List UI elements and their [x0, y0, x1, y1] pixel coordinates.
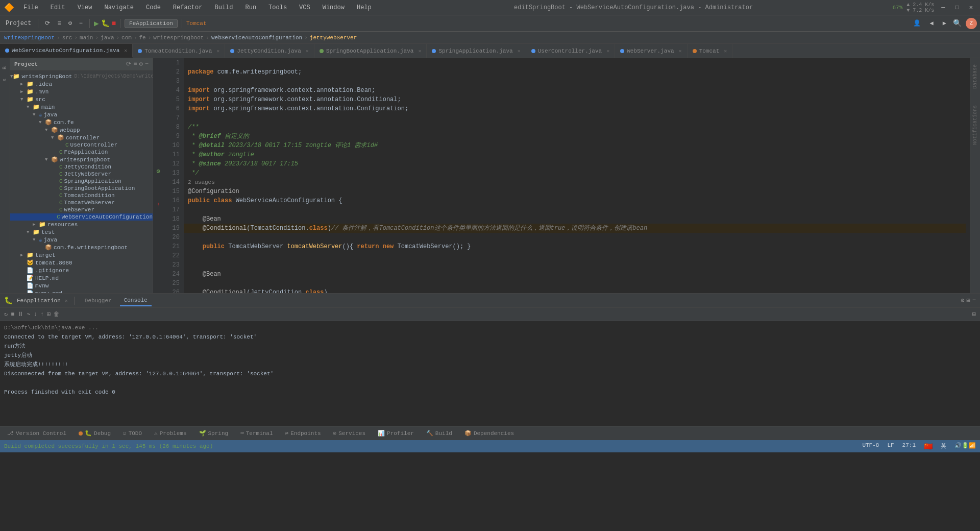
- window-close[interactable]: ✕: [966, 4, 976, 11]
- bc-java[interactable]: java: [101, 35, 114, 41]
- menu-view[interactable]: View: [75, 3, 95, 12]
- tree-item-feapp[interactable]: C FeApplication: [10, 149, 153, 156]
- debug-button[interactable]: 🐛: [101, 19, 110, 28]
- tree-item-springbootapp[interactable]: C SpringBootApplication: [10, 185, 153, 192]
- toolbar-user[interactable]: 👤: [911, 18, 923, 29]
- tree-item-tomcatws[interactable]: C TomcatWebServer: [10, 199, 153, 206]
- menu-help[interactable]: Help: [354, 3, 375, 12]
- tab-close[interactable]: ✕: [606, 48, 609, 54]
- bc-src[interactable]: src: [62, 35, 72, 41]
- tree-item-springapp[interactable]: C SpringApplication: [10, 178, 153, 185]
- console-expand[interactable]: ⊞: [972, 310, 976, 318]
- menu-refactor[interactable]: Refactor: [170, 3, 206, 12]
- tree-item-test[interactable]: ▼ 📁 test: [10, 228, 153, 236]
- bc-pkg[interactable]: writespringboot: [153, 35, 204, 41]
- toolbar-back[interactable]: ◀: [927, 18, 936, 29]
- menu-window[interactable]: Window: [320, 3, 348, 12]
- console-restart[interactable]: ↻: [4, 310, 8, 318]
- panel-expand-btn[interactable]: ≡: [133, 60, 137, 68]
- tree-item-src[interactable]: ▼ 📁 src: [10, 95, 153, 103]
- menu-edit[interactable]: Edit: [47, 3, 68, 12]
- tree-item-resources[interactable]: ▶ 📁 resources: [10, 221, 153, 228]
- tab-close[interactable]: ✕: [124, 47, 127, 54]
- menu-build[interactable]: Build: [211, 3, 236, 12]
- status-ime[interactable]: 英: [941, 442, 946, 451]
- menu-navigate[interactable]: Navigate: [101, 3, 137, 12]
- tree-item-mvnw[interactable]: 📄 mvnw: [10, 282, 153, 289]
- toolbar-sync[interactable]: ⟳: [42, 18, 53, 29]
- tool-problems[interactable]: ⚠ Problems: [151, 429, 189, 438]
- tab-tomcatcondition[interactable]: TomcatCondition.java ✕: [133, 44, 225, 58]
- tab-close[interactable]: ✕: [306, 48, 309, 54]
- tab-springbootapp[interactable]: SpringBootApplication.java ✕: [314, 44, 427, 58]
- tool-profiler[interactable]: 📊 Profiler: [375, 429, 417, 438]
- tree-item-comfe[interactable]: ▼ 📦 com.fe: [10, 118, 153, 126]
- tab-close[interactable]: ✕: [418, 48, 421, 54]
- tree-item-webserver[interactable]: C WebServer: [10, 206, 153, 213]
- tab-springapp[interactable]: SpringApplication.java ✕: [427, 44, 526, 58]
- window-maximize[interactable]: □: [952, 4, 962, 11]
- toolbar-forward[interactable]: ▶: [940, 18, 949, 29]
- tree-item-writespringboot[interactable]: ▼ 📦 writespringboot: [10, 156, 153, 163]
- database-label[interactable]: Database: [971, 62, 979, 91]
- console-clear[interactable]: 🗑: [54, 310, 60, 318]
- tab-close[interactable]: ✕: [216, 48, 219, 54]
- tree-item-jettycond[interactable]: C JettyCondition: [10, 163, 153, 171]
- panel-collapse-btn[interactable]: −: [145, 60, 149, 68]
- tab-jettycondition[interactable]: JettyCondition.java ✕: [225, 44, 314, 58]
- config-icon[interactable]: ⚙: [153, 167, 163, 175]
- console-step-over[interactable]: ↷: [27, 310, 30, 318]
- tab-tomcat[interactable]: Tomcat ✕: [688, 44, 733, 58]
- tree-item-gitignore[interactable]: 📄 .gitignore: [10, 267, 153, 274]
- panel-settings-btn[interactable]: ⚙: [139, 60, 143, 68]
- run-button[interactable]: ▶: [94, 18, 99, 29]
- stop-button[interactable]: ■: [112, 19, 116, 28]
- tool-build[interactable]: 🔨 Build: [423, 429, 455, 438]
- tree-item-controller[interactable]: ▼ 📦 controller: [10, 134, 153, 141]
- tool-todo[interactable]: ☑ TODO: [120, 429, 145, 438]
- tab-usercontroller[interactable]: UserController.java ✕: [526, 44, 615, 58]
- menu-vcs[interactable]: VCS: [296, 3, 313, 12]
- bc-main[interactable]: main: [80, 35, 93, 41]
- tree-item-jettyws[interactable]: C JettyWebServer: [10, 171, 153, 178]
- code-editor[interactable]: ⚙ ! 12345 678910 1112131415: [153, 58, 970, 293]
- tool-terminal[interactable]: ⌨ Terminal: [237, 429, 276, 438]
- tab-webserver[interactable]: WebServer.java ✕: [615, 44, 687, 58]
- tree-item-helpmd[interactable]: 📝 HELP.md: [10, 274, 153, 282]
- tool-services[interactable]: ⊙ Services: [330, 429, 369, 438]
- console-pause[interactable]: ⏸: [17, 310, 23, 318]
- bookmarks-icon[interactable]: B: [1, 62, 9, 74]
- tree-item-idea[interactable]: ▶ 📁 .idea: [10, 80, 153, 88]
- console-step-in[interactable]: ↓: [34, 311, 37, 318]
- tree-item-webserviceauto[interactable]: C WebServiceAutoConfiguration: [10, 213, 153, 221]
- panel-sync-btn[interactable]: ⟳: [126, 60, 131, 68]
- debug-settings-btn[interactable]: ⚙: [961, 297, 964, 304]
- tab-debugger[interactable]: Debugger: [81, 296, 116, 306]
- tree-item-usercontroller[interactable]: C UserController: [10, 141, 153, 149]
- menu-run[interactable]: Run: [242, 3, 259, 12]
- bc-class[interactable]: WebServiceAutoConfiguration: [211, 35, 302, 41]
- toolbar-indent[interactable]: ≡: [55, 18, 63, 29]
- menu-code[interactable]: Code: [143, 3, 164, 12]
- bc-fe[interactable]: fe: [139, 35, 146, 41]
- debug-layout-btn[interactable]: ⊞: [967, 297, 970, 304]
- tool-endpoints[interactable]: ⇌ Endpoints: [282, 429, 324, 438]
- tree-item-main[interactable]: ▼ 📁 main: [10, 103, 153, 111]
- menu-file[interactable]: File: [20, 3, 41, 12]
- bc-com[interactable]: com: [121, 35, 132, 41]
- bc-root[interactable]: writeSpringBoot: [4, 35, 55, 41]
- status-encoding[interactable]: UTF-8: [862, 442, 879, 451]
- tree-item-mvn[interactable]: ▶ 📁 .mvn: [10, 88, 153, 95]
- tab-close[interactable]: ✕: [518, 48, 521, 54]
- toolbar-search[interactable]: 🔍: [953, 19, 962, 28]
- toolbar-collapse[interactable]: −: [77, 18, 85, 29]
- tab-webservice[interactable]: WebServiceAutoConfiguration.java ✕: [0, 44, 133, 58]
- notifications-label[interactable]: Notifications: [971, 103, 979, 147]
- toolbar-settings[interactable]: ⚙: [66, 18, 75, 29]
- tree-item-pkg[interactable]: 📦 com.fe.writespringboot: [10, 244, 153, 251]
- tool-spring[interactable]: 🌱 Spring: [196, 429, 232, 438]
- tree-item-webapp[interactable]: ▼ 📦 webapp: [10, 126, 153, 134]
- tree-item-mvnwcmd[interactable]: 📄 mvnw.cmd: [10, 289, 153, 293]
- tree-item-root[interactable]: ▼ 📁 writeSpringBoot D:\IdeaProjects\Demo…: [10, 73, 153, 80]
- bc-method[interactable]: jettyWebServer: [310, 35, 357, 41]
